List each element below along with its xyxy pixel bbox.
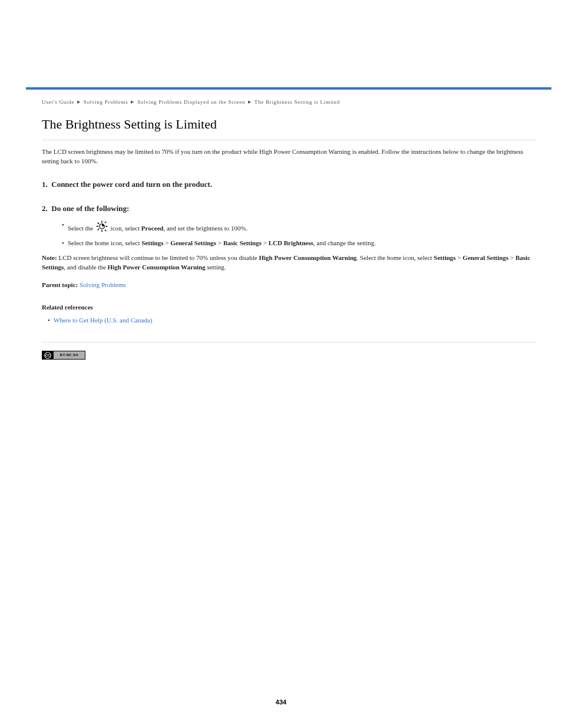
related-reference-link[interactable]: Where to Get Help (U.S. and Canada): [54, 317, 152, 324]
text-segment: . Select the home icon, select: [357, 254, 434, 261]
text-segment: >: [262, 239, 269, 246]
parent-topic-line: Parent topic: Solving Problems: [42, 281, 535, 290]
chevron-right-icon: ▶: [130, 100, 135, 104]
cc-icon: CC: [42, 351, 53, 359]
breadcrumb-item: Solving Problems Displayed on the Screen: [137, 99, 245, 105]
step-1-heading: 1. Connect the power cord and turn on th…: [42, 179, 535, 190]
page-title: The Brightness Setting is Limited: [42, 117, 217, 132]
text-bold: Proceed: [141, 225, 164, 232]
text-segment: , and set the brightness to 100%.: [163, 225, 247, 232]
top-rule: [26, 87, 551, 90]
text-segment: setting.: [206, 263, 226, 271]
svg-rect-4: [105, 226, 107, 227]
text-bold: General Settings: [170, 239, 216, 246]
page-number: 434: [0, 699, 562, 706]
text-bold: High Power Consumption Warning: [108, 263, 206, 271]
list-item: Select the icon, select Proceed, and set…: [42, 220, 535, 235]
text-bold: Basic Settings: [223, 239, 262, 246]
text-bold: LCD Brightness: [269, 239, 313, 246]
text-segment: Select the home icon, select: [68, 239, 141, 246]
divider: [42, 342, 535, 342]
chevron-right-icon: ▶: [247, 100, 253, 104]
text-segment: >: [456, 254, 463, 261]
svg-rect-6: [104, 229, 106, 231]
intro-paragraph: The LCD screen brightness may be limited…: [42, 147, 535, 166]
text-segment: >: [216, 239, 223, 246]
text-segment: , and disable the: [64, 263, 107, 271]
text-bold: Settings: [141, 239, 163, 246]
text-bold: High Power Consumption Warning: [259, 254, 356, 261]
svg-rect-2: [101, 230, 103, 232]
parent-topic-label: Parent topic:: [42, 281, 78, 288]
breadcrumb-item: Solving Problems: [84, 99, 128, 105]
note-label: Note:: [42, 254, 57, 261]
breadcrumb-item: The Brightness Setting is Limited: [254, 99, 340, 105]
list-item: Select the home icon, select Settings > …: [42, 239, 535, 248]
step-1-text: Connect the power cord and turn on the p…: [51, 180, 212, 189]
svg-rect-8: [97, 228, 99, 230]
option-list: Select the icon, select Proceed, and set…: [42, 220, 535, 248]
text-segment: Select the: [68, 225, 95, 232]
related-references-heading: Related references: [42, 303, 535, 312]
text-segment: icon, select: [109, 225, 141, 232]
brightness-icon: [96, 220, 108, 235]
step-2-text: Do one of the following:: [51, 204, 129, 213]
creative-commons-badge: CC BY-NC-SA: [42, 351, 85, 360]
note-paragraph: Note: LCD screen brightness will continu…: [42, 253, 535, 272]
related-references: Related references Where to Get Help (U.…: [42, 303, 535, 325]
parent-topic-link[interactable]: Solving Problems: [80, 281, 126, 288]
divider: [42, 140, 535, 140]
text-segment: , and change the setting.: [313, 239, 376, 246]
svg-rect-1: [101, 220, 103, 222]
chevron-right-icon: ▶: [76, 100, 82, 104]
text-segment: >: [508, 254, 515, 261]
list-item: Where to Get Help (U.S. and Canada): [28, 316, 535, 325]
text-bold: General Settings: [462, 254, 508, 261]
text-bold: Settings: [434, 254, 455, 261]
svg-rect-3: [96, 226, 98, 227]
svg-text:CC: CC: [45, 354, 50, 357]
breadcrumb: User's Guide ▶ Solving Problems ▶ Solvin…: [42, 99, 340, 105]
text-segment: >: [164, 239, 171, 246]
svg-rect-7: [104, 221, 106, 223]
text-segment: LCD screen brightness will continue to b…: [58, 254, 259, 261]
breadcrumb-item: User's Guide: [42, 99, 74, 105]
body: The LCD screen brightness may be limited…: [42, 147, 535, 360]
step-2-heading: 2. Do one of the following:: [42, 203, 535, 215]
cc-license-text: BY-NC-SA: [53, 351, 85, 359]
svg-rect-5: [97, 222, 99, 224]
